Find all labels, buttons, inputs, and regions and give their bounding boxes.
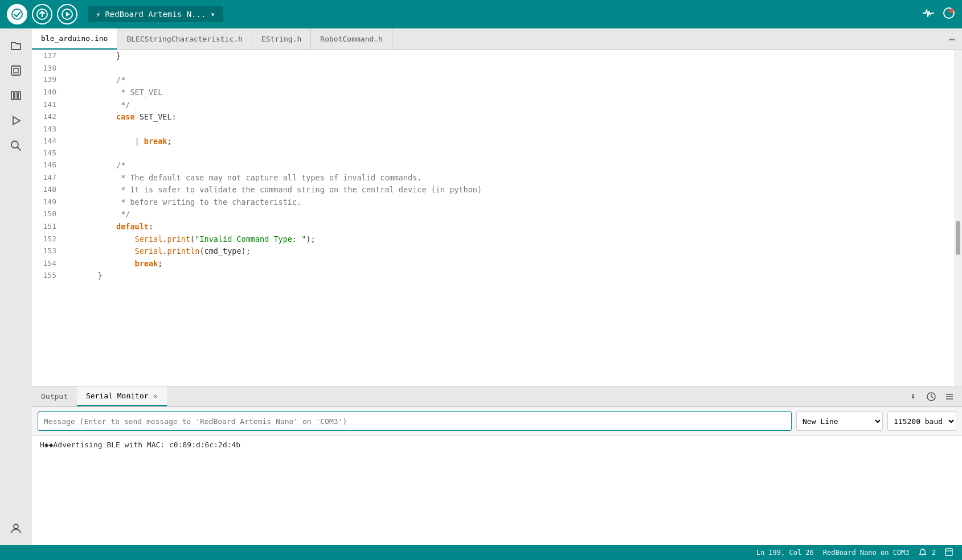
table-row: 152 Serial.print("Invalid Command Type: … xyxy=(32,233,954,246)
line-gutter xyxy=(63,63,75,75)
sidebar-item-account[interactable] xyxy=(5,517,27,540)
tab-robot-command[interactable]: RobotCommand.h xyxy=(311,28,392,50)
line-gutter xyxy=(63,258,75,270)
line-code: /* xyxy=(75,159,954,172)
tab-serial-monitor[interactable]: Serial Monitor × xyxy=(77,386,167,406)
tab-ble-arduino[interactable]: ble_arduino.ino xyxy=(32,28,117,50)
line-number: 149 xyxy=(32,196,63,209)
sidebar-item-debug[interactable] xyxy=(5,109,27,132)
notifications-icon[interactable] xyxy=(943,7,955,22)
table-row: 151 default: xyxy=(32,221,954,233)
svg-point-0 xyxy=(12,9,22,19)
table-row: 149 * before writing to the characterist… xyxy=(32,196,954,209)
scrollbar[interactable] xyxy=(954,50,962,386)
sidebar-item-library[interactable] xyxy=(5,84,27,107)
toolbar: ⚡ RedBoard Artemis N... ▾ xyxy=(0,0,962,28)
svg-rect-7 xyxy=(11,66,21,75)
code-content[interactable]: 137 } 138 139 /* 140 * SET_VEL 141 */ 14… xyxy=(32,50,954,386)
menu-button[interactable] xyxy=(941,389,957,405)
line-code: case SET_VEL: xyxy=(75,111,954,123)
code-editor[interactable]: 137 } 138 139 /* 140 * SET_VEL 141 */ 14… xyxy=(32,50,962,386)
svg-point-13 xyxy=(11,141,18,148)
svg-line-14 xyxy=(18,147,21,150)
cursor-position: Ln 199, Col 26 xyxy=(756,549,814,557)
line-code: */ xyxy=(75,208,954,221)
line-code: | break; xyxy=(75,135,954,148)
line-code: * It is safer to validate the command st… xyxy=(75,184,954,196)
line-gutter xyxy=(63,270,75,282)
main-area: ble_arduino.ino BLECStringCharacteristic… xyxy=(0,28,962,545)
line-code: * The default case may not capture all t… xyxy=(75,172,954,184)
scroll-down-button[interactable]: ⬇ xyxy=(905,389,921,405)
sidebar-item-board[interactable] xyxy=(5,59,27,82)
tab-estring[interactable]: EString.h xyxy=(252,28,311,50)
line-number: 150 xyxy=(32,208,63,221)
status-bar: Ln 199, Col 26 RedBoard Nano on COM3 2 xyxy=(0,545,962,560)
line-code: } xyxy=(75,270,954,282)
table-row: 141 */ xyxy=(32,99,954,112)
line-number: 137 xyxy=(32,50,63,63)
table-row: 147 * The default case may not capture a… xyxy=(32,172,954,184)
line-number: 146 xyxy=(32,159,63,172)
table-row: 139 /* xyxy=(32,74,954,87)
pulse-icon[interactable] xyxy=(922,7,935,22)
line-code: */ xyxy=(75,99,954,112)
panel-tab-bar: Output Serial Monitor × ⬇ xyxy=(32,386,962,407)
svg-point-6 xyxy=(949,9,953,13)
line-gutter xyxy=(63,196,75,209)
editor-container: ble_arduino.ino BLECStringCharacteristic… xyxy=(32,28,962,545)
sidebar xyxy=(0,28,32,545)
table-row: 146 /* xyxy=(32,159,954,172)
line-code: break; xyxy=(75,258,954,270)
line-gutter xyxy=(63,123,75,135)
svg-rect-21 xyxy=(945,549,952,555)
line-code xyxy=(75,63,954,75)
debugger-button[interactable] xyxy=(57,4,77,24)
line-gutter xyxy=(63,74,75,87)
tab-blec-string[interactable]: BLECStringCharacteristic.h xyxy=(117,28,252,50)
line-number: 151 xyxy=(32,221,63,233)
line-number: 142 xyxy=(32,111,63,123)
timestamp-button[interactable] xyxy=(923,389,939,405)
tab-output[interactable]: Output xyxy=(32,386,77,406)
line-gutter xyxy=(63,99,75,112)
line-gutter xyxy=(63,233,75,246)
baud-rate-dropdown[interactable]: 115200 baud 9600 baud 19200 baud 38400 b… xyxy=(887,411,956,431)
usb-icon: ⚡ xyxy=(96,10,100,19)
scrollbar-thumb[interactable] xyxy=(956,221,960,255)
board-selector[interactable]: ⚡ RedBoard Artemis N... ▾ xyxy=(88,6,223,22)
line-number: 155 xyxy=(32,270,63,282)
board-port-status: RedBoard Nano on COM3 xyxy=(823,549,910,557)
line-gutter xyxy=(63,172,75,184)
newline-dropdown[interactable]: New Line No Line Ending Carriage Return … xyxy=(796,411,883,431)
line-code: /* xyxy=(75,74,954,87)
line-gutter xyxy=(63,147,75,159)
line-number: 143 xyxy=(32,123,63,135)
serial-monitor-close[interactable]: × xyxy=(153,392,158,401)
line-number: 154 xyxy=(32,258,63,270)
svg-marker-4 xyxy=(66,12,70,17)
line-code: Serial.println(cmd_type); xyxy=(75,245,954,258)
line-code: } xyxy=(75,50,954,63)
panel-toolbar: ⬇ xyxy=(905,389,962,405)
svg-rect-9 xyxy=(11,92,14,100)
line-gutter xyxy=(63,87,75,99)
upload-button[interactable] xyxy=(32,4,52,24)
line-number: 144 xyxy=(32,135,63,148)
table-row: 138 xyxy=(32,63,954,75)
serial-message-input[interactable] xyxy=(38,411,792,431)
bottom-panel: Output Serial Monitor × ⬇ xyxy=(32,386,962,545)
sidebar-item-folder[interactable] xyxy=(5,34,27,57)
table-row: 154 break; xyxy=(32,258,954,270)
tab-bar: ble_arduino.ino BLECStringCharacteristic… xyxy=(32,28,962,50)
expand-icon[interactable] xyxy=(945,548,953,558)
verify-button[interactable] xyxy=(7,4,27,24)
table-row: 148 * It is safer to validate the comman… xyxy=(32,184,954,196)
table-row: 143 xyxy=(32,123,954,135)
board-name: RedBoard Artemis N... xyxy=(105,10,206,19)
sidebar-item-search[interactable] xyxy=(5,134,27,157)
line-gutter xyxy=(63,111,75,123)
line-code: * SET_VEL xyxy=(75,87,954,99)
tab-more-button[interactable]: ⋯ xyxy=(942,28,962,50)
line-gutter xyxy=(63,159,75,172)
